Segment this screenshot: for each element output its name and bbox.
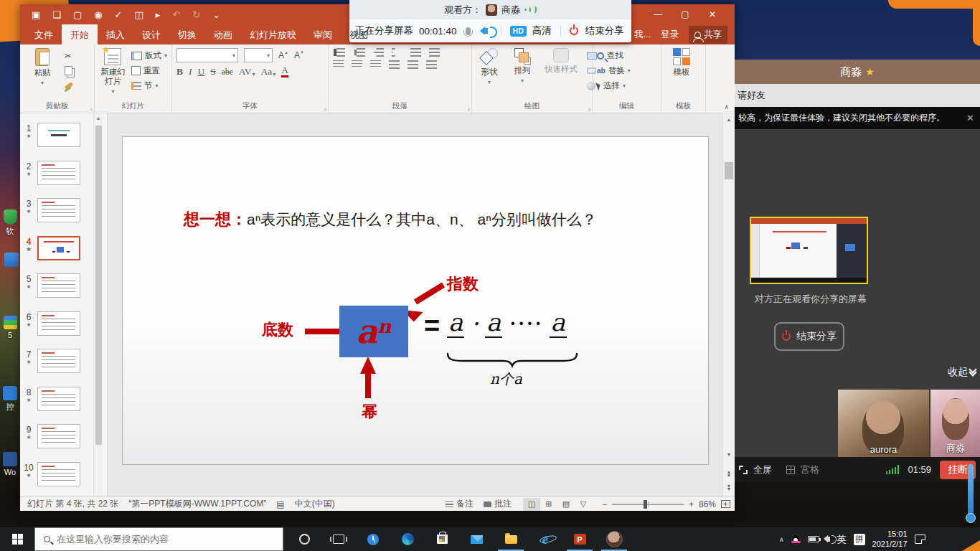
desktop-icon-stack[interactable]: 5 — [1, 316, 19, 339]
increase-indent-button[interactable] — [392, 48, 402, 57]
normal-view-button[interactable]: ◫ — [523, 498, 540, 511]
line-spacing-button[interactable] — [410, 48, 421, 57]
format-painter-button[interactable] — [65, 80, 73, 92]
taskbar-meeting-app[interactable] — [598, 527, 630, 551]
taskbar-edge[interactable] — [392, 527, 423, 551]
label-exponent[interactable]: 指数 — [447, 273, 479, 295]
tab-home[interactable]: 开始 — [62, 24, 98, 44]
change-case-button[interactable]: Aa▾ — [261, 66, 276, 77]
customize-qat-icon[interactable]: ⌄ — [212, 10, 220, 19]
bullets-button[interactable] — [336, 48, 345, 57]
zoom-out-button[interactable]: − — [602, 499, 607, 509]
collapse-ribbon-button[interactable]: ∧ — [724, 103, 729, 110]
touch-mode-icon[interactable]: ◉ — [94, 10, 102, 19]
dialog-launcher-icon[interactable]: ⌟ — [324, 105, 326, 111]
annotation-slider[interactable] — [968, 464, 974, 518]
minimize-button[interactable]: — — [644, 4, 672, 24]
slide-thumbnail-image[interactable] — [37, 236, 80, 260]
desktop-icon-app[interactable] — [2, 253, 21, 268]
video-tile-aurora[interactable]: aurora — [838, 390, 929, 457]
hd-badge[interactable]: HD — [510, 26, 527, 37]
login-button[interactable]: 登录 — [661, 29, 679, 41]
new-file-icon[interactable]: ▢ — [73, 10, 82, 19]
font-color-button[interactable]: A — [281, 66, 288, 77]
close-notice-icon[interactable]: ✕ — [966, 113, 974, 123]
smartart-convert-button[interactable] — [426, 60, 437, 69]
justify-button[interactable] — [389, 60, 400, 69]
scroll-up-icon[interactable]: ▲ — [94, 113, 103, 121]
slider-handle[interactable] — [966, 513, 976, 523]
taskbar-file-explorer[interactable] — [495, 527, 527, 551]
tab-slideshow[interactable]: 幻灯片放映 — [241, 24, 305, 44]
volume-icon[interactable] — [826, 537, 830, 542]
slide-thumbnail-image[interactable] — [37, 462, 80, 486]
dialog-launcher-icon[interactable]: ⌟ — [90, 105, 93, 111]
grow-font-button[interactable]: A▲ — [278, 50, 288, 60]
copy-button[interactable] — [65, 65, 73, 77]
numbering-button[interactable] — [357, 48, 365, 57]
dialog-launcher-icon[interactable]: ⌟ — [467, 105, 470, 111]
hd-label[interactable]: 高清 — [532, 24, 552, 37]
qq-icon[interactable] — [791, 534, 801, 545]
speaker-icon[interactable] — [484, 28, 488, 34]
reading-view-button[interactable]: ▤ — [557, 498, 575, 511]
start-button[interactable] — [0, 527, 34, 551]
save-icon[interactable]: ▣ — [32, 10, 40, 19]
italic-button[interactable]: I — [189, 66, 192, 77]
fit-to-window-button[interactable] — [721, 500, 730, 508]
select-button[interactable]: 选择▾ — [597, 80, 631, 92]
maximize-button[interactable]: ▢ — [672, 4, 699, 24]
tab-transitions[interactable]: 切换 — [169, 24, 205, 44]
scroll-up-icon[interactable]: ▲ — [723, 113, 735, 126]
taskbar-cortana[interactable] — [288, 527, 320, 551]
grid-view-button[interactable]: 宫格 — [801, 463, 819, 476]
slide-thumbnail-image[interactable] — [37, 123, 80, 147]
microphone-icon[interactable] — [466, 27, 471, 35]
close-button[interactable]: ✕ — [699, 4, 726, 24]
quick-styles-button[interactable]: 快速样式 — [542, 48, 580, 74]
layout-button[interactable]: 版式▾ — [131, 50, 167, 62]
action-center-icon[interactable] — [915, 534, 925, 544]
tab-design[interactable]: 设计 — [133, 24, 169, 44]
char-spacing-button[interactable]: AV▾ — [239, 66, 255, 77]
label-power[interactable]: 幂 — [362, 401, 377, 423]
search-input[interactable] — [57, 534, 258, 545]
expansion-expression[interactable]: a · a ···· a — [447, 309, 567, 338]
reset-button[interactable]: 重置 — [131, 65, 167, 77]
share-button[interactable]: 共享 — [689, 26, 727, 44]
zoom-level[interactable]: 86% — [699, 499, 716, 509]
slide-thumbnail-image[interactable] — [37, 311, 80, 336]
taskbar-search[interactable] — [34, 527, 283, 551]
align-right-button[interactable] — [370, 60, 381, 69]
font-name-combo[interactable]: ▾ — [176, 48, 238, 62]
dialog-launcher-icon[interactable]: ⌟ — [588, 105, 590, 111]
taskbar-clock[interactable]: 15:01 2021/2/17 — [872, 529, 908, 550]
label-base[interactable]: 底数 — [262, 319, 293, 341]
open-icon[interactable]: ❏ — [52, 10, 61, 19]
desktop-icon-antivirus[interactable]: 软 — [1, 209, 19, 237]
tab-view[interactable]: 视图 — [341, 24, 377, 44]
slide-thumbnail-image[interactable] — [37, 349, 80, 373]
zoom-slider-thumb[interactable] — [644, 500, 647, 509]
proofing-icon[interactable]: ▤ — [276, 499, 284, 509]
slide-thumbnail-image[interactable] — [37, 424, 80, 448]
print-preview-icon[interactable]: ◫ — [135, 10, 143, 19]
taskbar-powerpoint[interactable]: P — [564, 527, 595, 551]
text-direction-button[interactable] — [429, 48, 440, 57]
slideshow-icon[interactable]: ▸ — [156, 10, 161, 19]
paste-button[interactable]: 粘贴 ▾ — [24, 48, 60, 101]
shrink-font-button[interactable]: A▼ — [294, 50, 304, 60]
previous-slide-button[interactable]: ▲▲ — [723, 471, 735, 476]
strikethrough-button[interactable]: S — [210, 66, 216, 77]
undo-icon[interactable]: ↶ — [172, 10, 180, 19]
desktop-icon-control[interactable]: 控 — [1, 386, 19, 413]
invite-friends-row[interactable]: 请好友 — [735, 84, 980, 107]
editor-scrollbar[interactable]: ▲ ▼ ▲▲ ▼▼ — [722, 113, 735, 496]
fullscreen-button[interactable]: 全屏 — [753, 463, 772, 476]
replace-button[interactable]: ab替换▾ — [597, 65, 631, 77]
tab-insert[interactable]: 插入 — [98, 24, 133, 44]
spell-check-icon[interactable]: ✓ — [115, 10, 123, 19]
taskbar-clock-app[interactable] — [357, 527, 389, 551]
find-button[interactable]: 查找 — [597, 50, 631, 62]
underline-button[interactable]: U — [198, 66, 205, 77]
